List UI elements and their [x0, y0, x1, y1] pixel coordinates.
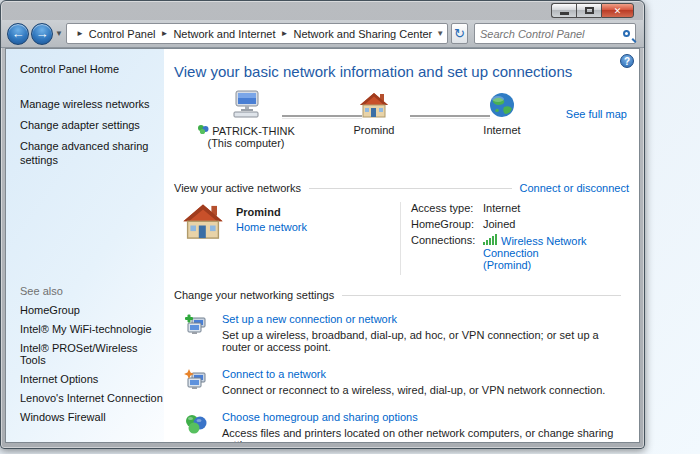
homegroup-sharing-icon [184, 412, 208, 436]
refresh-button[interactable]: ↻ [451, 23, 468, 44]
search-icon[interactable] [623, 30, 630, 37]
connection-ssid: (Promind) [483, 259, 629, 271]
navigation-toolbar: ← → ▼ ► Control Panel ► Network and Inte… [1, 20, 644, 48]
detail-label: HomeGroup: [411, 218, 483, 230]
setting-description: Set up a wireless, broadband, dial-up, a… [222, 329, 629, 353]
sidebar-item-control-panel-home[interactable]: Control Panel Home [20, 63, 164, 75]
forward-icon: → [36, 26, 49, 41]
sidebar: Control Panel Home Manage wireless netwo… [6, 49, 164, 442]
homegroup-joined-link[interactable]: Joined [483, 218, 515, 230]
minimize-button[interactable] [551, 3, 576, 18]
breadcrumb-control-panel[interactable]: Control Panel [89, 28, 156, 40]
connect-network-link[interactable]: Connect to a network [222, 368, 326, 380]
active-networks-title: View your active networks [174, 182, 301, 194]
network-type-link[interactable]: Home network [236, 221, 307, 233]
detail-row-homegroup: HomeGroup: Joined [411, 218, 629, 230]
setting-description: Access files and printers located on oth… [222, 427, 629, 443]
map-node-internet[interactable]: Internet [444, 92, 560, 136]
detail-label: Access type: [411, 202, 483, 214]
connect-network-icon [184, 369, 208, 393]
window-body: Control Panel Home Manage wireless netwo… [5, 48, 640, 443]
network-map: PATRICK-THINK (This computer) [174, 90, 629, 180]
house-icon [359, 92, 389, 119]
sidebar-item-manage-wireless[interactable]: Manage wireless networks [20, 97, 164, 111]
title-bar[interactable]: ✕ [1, 1, 644, 20]
address-dropdown-icon[interactable]: ▼ [432, 29, 448, 38]
active-network-card: Promind Home network Access type: Intern… [182, 202, 629, 275]
sidebar-item-internet-options[interactable]: Internet Options [20, 373, 164, 385]
see-full-map-link[interactable]: See full map [566, 108, 627, 120]
main-content: ? View your basic network information an… [164, 49, 639, 442]
settings-title: Change your networking settings [174, 289, 334, 301]
back-button[interactable]: ← [7, 23, 29, 45]
globe-icon [488, 92, 516, 119]
maximize-button[interactable] [576, 3, 601, 18]
wireless-signal-icon [483, 234, 497, 245]
network-name: Promind [236, 206, 307, 218]
search-box[interactable] [474, 23, 636, 44]
map-node-label: Internet [444, 124, 560, 136]
map-node-label: Promind [316, 124, 432, 136]
networking-settings-section: Change your networking settings Se [174, 289, 629, 443]
breadcrumb-separator-icon: ► [76, 29, 84, 38]
sidebar-item-homegroup[interactable]: HomeGroup [20, 304, 164, 316]
active-networks-section-header: View your active networks Connect or dis… [174, 182, 629, 194]
search-input[interactable] [480, 28, 623, 40]
explorer-window: ✕ ← → ▼ ► Control Panel ► Network and In… [0, 0, 645, 449]
refresh-icon: ↻ [454, 26, 465, 41]
map-node-label: PATRICK-THINK [212, 125, 295, 137]
setting-item-homegroup-sharing: Choose homegroup and sharing options Acc… [174, 411, 629, 443]
divider [342, 295, 621, 296]
map-node-network[interactable]: Promind [316, 92, 432, 136]
map-node-computer[interactable]: PATRICK-THINK (This computer) [188, 90, 304, 149]
connection-name: Wireless Network Connection [483, 235, 587, 259]
page-title: View your basic network information and … [174, 63, 629, 80]
help-button[interactable]: ? [620, 54, 634, 68]
sidebar-item-advanced-sharing[interactable]: Change advanced sharing settings [20, 139, 164, 167]
sidebar-item-lenovo-connection[interactable]: Lenovo's Internet Connection [20, 392, 164, 404]
breadcrumb-separator-icon: ► [281, 29, 289, 38]
close-icon: ✕ [614, 6, 622, 16]
divider [309, 188, 512, 189]
minimize-icon [560, 12, 569, 15]
setting-item-connect-network: Connect to a network Connect or reconnec… [174, 368, 629, 396]
maximize-icon [585, 7, 594, 14]
computer-icon [229, 90, 263, 120]
new-connection-icon [184, 314, 208, 338]
address-bar[interactable]: ► Control Panel ► Network and Internet ►… [66, 23, 448, 44]
sidebar-item-intel-mywifi[interactable]: Intel® My WiFi-technologie [20, 323, 164, 335]
sidebar-item-change-adapter[interactable]: Change adapter settings [20, 118, 164, 132]
setting-description: Connect or reconnect to a wireless, wire… [222, 384, 605, 396]
wireless-connection-link[interactable]: Wireless Network Connection(Promind) [483, 235, 629, 271]
help-icon: ? [624, 56, 630, 67]
breadcrumb-separator-icon: ► [161, 29, 169, 38]
window-controls: ✕ [551, 3, 634, 18]
settings-section-header: Change your networking settings [174, 289, 629, 301]
setup-connection-link[interactable]: Set up a new connection or network [222, 313, 397, 325]
homegroup-options-link[interactable]: Choose homegroup and sharing options [222, 411, 418, 423]
close-button[interactable]: ✕ [601, 3, 634, 18]
detail-value: Internet [483, 202, 520, 214]
detail-label: Connections: [411, 234, 483, 271]
sidebar-item-intel-proset[interactable]: Intel® PROSet/Wireless Tools [20, 342, 164, 366]
detail-row-connections: Connections: Wireless Network Connection… [411, 234, 629, 271]
sidebar-item-windows-firewall[interactable]: Windows Firewall [20, 411, 164, 423]
forward-button[interactable]: → [31, 23, 53, 45]
active-network-identity: Promind Home network [182, 202, 400, 275]
breadcrumb-network-sharing-center[interactable]: Network and Sharing Center [293, 28, 432, 40]
recent-pages-dropdown[interactable]: ▼ [55, 29, 63, 38]
map-node-sublabel: (This computer) [188, 137, 304, 149]
house-icon [182, 202, 224, 242]
active-network-details: Access type: Internet HomeGroup: Joined … [400, 202, 629, 275]
setting-item-new-connection: Set up a new connection or network Set u… [174, 313, 629, 353]
detail-row-access-type: Access type: Internet [411, 202, 629, 214]
breadcrumb-network-and-internet[interactable]: Network and Internet [173, 28, 275, 40]
see-also-header: See also [20, 285, 164, 297]
back-icon: ← [12, 26, 25, 41]
homegroup-icon [197, 124, 209, 135]
connect-disconnect-link[interactable]: Connect or disconnect [520, 182, 629, 194]
